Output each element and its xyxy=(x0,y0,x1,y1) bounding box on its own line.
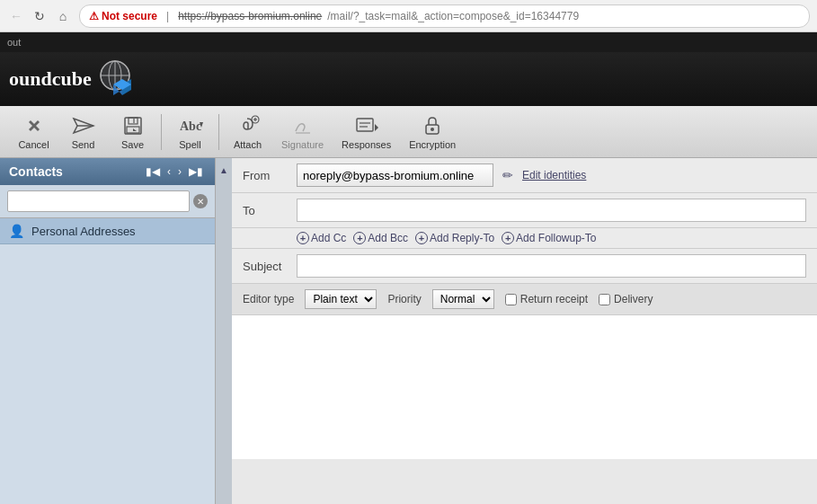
back-button[interactable]: ← xyxy=(7,7,25,25)
cc-bcc-row: + Add Cc + Add Bcc + Add Reply-To + Add … xyxy=(232,228,817,249)
cancel-icon xyxy=(23,114,45,137)
add-reply-to-button[interactable]: + Add Reply-To xyxy=(415,232,494,244)
app-header: oundcube xyxy=(0,52,817,106)
plus-reply-icon: + xyxy=(415,232,428,244)
refresh-button[interactable]: ↻ xyxy=(31,7,49,25)
edit-identities-link[interactable]: Edit identities xyxy=(522,169,586,181)
sidebar-nav: ▮◀ ‹ › ▶▮ xyxy=(143,164,206,180)
add-reply-to-label: Add Reply-To xyxy=(430,232,494,244)
logo-text: oundcube xyxy=(9,67,92,91)
return-receipt-checkbox[interactable] xyxy=(505,294,517,305)
app-titlebar: out xyxy=(0,32,817,52)
spell-label: Spell xyxy=(179,139,200,150)
compose-form: From noreply@bypass-bromium.online ✏ Edi… xyxy=(232,158,817,504)
sidebar-header: Contacts ▮◀ ‹ › ▶▮ xyxy=(0,158,215,185)
add-bcc-button[interactable]: + Add Bcc xyxy=(353,232,408,244)
return-receipt-label: Return receipt xyxy=(520,293,588,305)
delivery-group: Delivery xyxy=(599,293,653,305)
signature-icon xyxy=(292,114,314,137)
priority-label: Priority xyxy=(387,293,421,305)
personal-addresses-label: Personal Addresses xyxy=(31,225,136,238)
svg-marker-16 xyxy=(133,128,137,131)
signature-label: Signature xyxy=(281,139,324,150)
warning-icon: ⚠ xyxy=(89,10,99,22)
main-layout: Contacts ▮◀ ‹ › ▶▮ ✕ 👤 Personal Addresse… xyxy=(0,158,817,504)
save-icon xyxy=(122,114,144,137)
save-label: Save xyxy=(121,139,144,150)
svg-marker-9 xyxy=(29,120,40,131)
spell-icon: Abc xyxy=(178,114,203,137)
sidebar-item-personal-addresses[interactable]: 👤 Personal Addresses xyxy=(0,218,215,244)
attach-label: Attach xyxy=(234,139,262,150)
address-bar[interactable]: ⚠ Not secure | https://bypass-bromium.on… xyxy=(79,4,810,28)
encryption-button[interactable]: Encryption xyxy=(400,111,465,154)
from-row: From noreply@bypass-bromium.online ✏ Edi… xyxy=(232,158,817,193)
editor-type-label: Editor type xyxy=(243,293,294,305)
app-logo-icon xyxy=(99,59,138,99)
to-input[interactable] xyxy=(297,199,806,222)
sidebar-title: Contacts xyxy=(9,164,63,179)
add-bcc-label: Add Bcc xyxy=(368,232,408,244)
save-button[interactable]: Save xyxy=(108,111,157,154)
return-receipt-group: Return receipt xyxy=(505,293,588,305)
plus-followup-icon: + xyxy=(502,232,514,244)
responses-icon xyxy=(354,114,379,137)
pencil-icon: ✏ xyxy=(502,168,513,182)
add-cc-label: Add Cc xyxy=(311,232,346,244)
sidebar-search: ✕ xyxy=(0,185,215,218)
svg-rect-23 xyxy=(357,119,373,131)
home-button[interactable]: ⌂ xyxy=(54,7,72,25)
search-clear-button[interactable]: ✕ xyxy=(193,194,208,208)
titlebar-text: out xyxy=(7,37,21,48)
send-icon xyxy=(72,114,95,137)
to-label: To xyxy=(243,204,297,217)
editor-type-select[interactable]: Plain text xyxy=(305,289,377,309)
collapse-sidebar-button[interactable]: ▲ xyxy=(216,158,232,504)
encryption-label: Encryption xyxy=(409,139,456,150)
toolbar-separator-2 xyxy=(218,114,219,150)
svg-text:Abc: Abc xyxy=(180,119,201,133)
subject-label: Subject xyxy=(243,260,297,273)
spell-button[interactable]: Abc Spell xyxy=(165,111,215,154)
app-logo: oundcube xyxy=(9,59,138,99)
send-label: Send xyxy=(72,139,95,150)
url-path: /mail/?_task=mail&_action=compose&_id=16… xyxy=(327,10,579,22)
send-button[interactable]: Send xyxy=(58,111,108,154)
encryption-icon xyxy=(422,114,443,137)
svg-rect-12 xyxy=(125,118,141,134)
browser-chrome: ← ↻ ⌂ ⚠ Not secure | https://bypass-brom… xyxy=(0,0,817,32)
address-book-icon: 👤 xyxy=(9,224,24,238)
add-cc-button[interactable]: + Add Cc xyxy=(297,232,346,244)
from-wrapper: noreply@bypass-bromium.online ✏ Edit ide… xyxy=(297,164,586,187)
toolbar: Cancel Send Save Abc Spell xyxy=(0,106,817,158)
attach-button[interactable]: Attach xyxy=(223,111,272,154)
subject-input[interactable] xyxy=(297,254,806,278)
compose-area: From noreply@bypass-bromium.online ✏ Edi… xyxy=(232,158,817,504)
from-select[interactable]: noreply@bypass-bromium.online xyxy=(297,164,493,187)
signature-button[interactable]: Signature xyxy=(272,111,333,154)
editor-type-row: Editor type Plain text Priority Normal R… xyxy=(232,284,817,315)
add-followup-label: Add Followup-To xyxy=(516,232,596,244)
sidebar-last-button[interactable]: ▶▮ xyxy=(186,164,206,180)
browser-controls: ← ↻ ⌂ xyxy=(7,7,72,25)
logo-text-span: oundcube xyxy=(9,67,92,90)
cancel-button[interactable]: Cancel xyxy=(9,111,58,154)
not-secure-label: Not secure xyxy=(102,10,157,22)
priority-select[interactable]: Normal xyxy=(432,289,494,309)
responses-label: Responses xyxy=(342,139,391,150)
responses-button[interactable]: Responses xyxy=(333,111,400,154)
subject-row: Subject xyxy=(232,249,817,284)
delivery-checkbox[interactable] xyxy=(599,294,610,305)
plus-bcc-icon: + xyxy=(353,232,366,244)
svg-rect-13 xyxy=(129,118,138,124)
search-input[interactable] xyxy=(7,190,190,212)
delivery-label: Delivery xyxy=(614,293,653,305)
add-followup-button[interactable]: + Add Followup-To xyxy=(502,232,596,244)
compose-body[interactable] xyxy=(232,315,817,459)
sidebar-next-button[interactable]: › xyxy=(175,164,184,180)
to-row: To xyxy=(232,193,817,228)
from-label: From xyxy=(243,169,297,182)
sidebar-prev-button[interactable]: ‹ xyxy=(164,164,173,180)
sidebar-first-button[interactable]: ▮◀ xyxy=(143,164,163,180)
attach-icon xyxy=(236,114,260,137)
